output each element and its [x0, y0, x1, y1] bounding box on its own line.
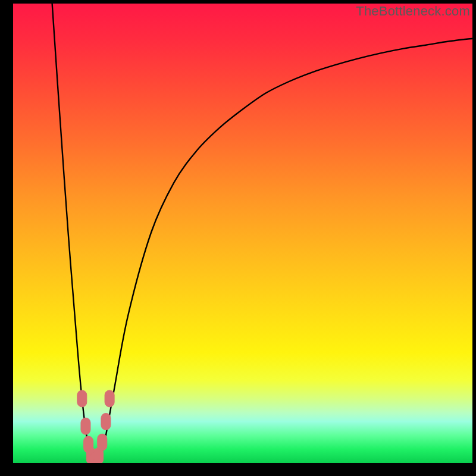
curve-marker — [101, 414, 111, 430]
curve-marker — [81, 418, 90, 434]
bottleneck-curve-path — [52, 4, 472, 461]
curve-marker — [98, 434, 107, 450]
bottleneck-curve-svg — [13, 4, 472, 463]
marker-group — [77, 390, 114, 463]
plot-area — [13, 4, 472, 463]
curve-marker — [105, 390, 114, 407]
curve-marker — [77, 390, 87, 407]
watermark-text: TheBottleneck.com — [356, 4, 470, 19]
chart-frame: TheBottleneck.com — [0, 0, 476, 476]
